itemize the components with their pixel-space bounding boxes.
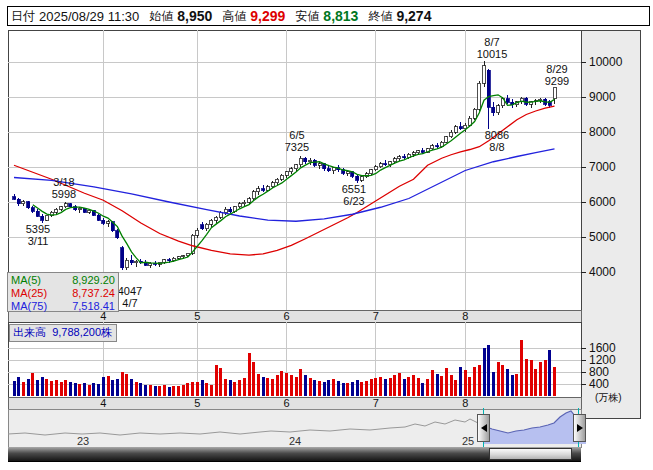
volume-value: 9,788,200株 [52, 326, 112, 338]
svg-text:8: 8 [462, 310, 468, 322]
svg-text:8: 8 [462, 397, 468, 409]
svg-text:7: 7 [373, 397, 379, 409]
low-value: 8,813 [323, 8, 358, 24]
ma-legend-row-ma25: MA(25) 8,737.24 [11, 287, 115, 300]
open-value: 8,950 [177, 8, 212, 24]
svg-text:7000: 7000 [589, 160, 616, 174]
ma25-value: 8,737.24 [72, 287, 115, 300]
ma75-label: MA(75) [11, 300, 47, 313]
svg-text:6/5: 6/5 [289, 129, 304, 141]
svg-text:8/7: 8/7 [484, 36, 499, 48]
right-arrow-icon [577, 424, 583, 432]
svg-text:8/29: 8/29 [546, 63, 567, 75]
volume-label-box: 出来高 9,788,200株 [9, 324, 117, 342]
svg-text:5: 5 [194, 310, 200, 322]
svg-text:4000: 4000 [589, 265, 616, 279]
svg-text:9299: 9299 [545, 75, 569, 87]
svg-text:400: 400 [589, 377, 609, 391]
chart-svg: 1000090008000700060005000400016001200800… [0, 0, 653, 470]
ma-legend-row-ma75: MA(75) 7,518.41 [11, 300, 115, 313]
svg-text:4/7: 4/7 [122, 297, 137, 309]
svg-text:4047: 4047 [118, 285, 142, 297]
svg-text:(万株): (万株) [595, 392, 622, 403]
svg-text:10000: 10000 [589, 55, 623, 69]
svg-text:25: 25 [462, 435, 474, 447]
high-label: 高値 [222, 8, 246, 25]
svg-text:4: 4 [100, 397, 106, 409]
ma-legend: MA(5) 8,929.20 MA(25) 8,737.24 MA(75) 7,… [7, 272, 119, 312]
date-value: 2025/08/29 11:30 [39, 9, 139, 24]
ma-legend-row-ma5: MA(5) 8,929.20 [11, 274, 115, 287]
svg-text:5000: 5000 [589, 230, 616, 244]
volume-label: 出来高 [13, 326, 46, 338]
scrollbar-thumb[interactable] [489, 448, 572, 460]
svg-text:9000: 9000 [589, 90, 616, 104]
svg-text:6: 6 [284, 397, 290, 409]
ma5-label: MA(5) [11, 274, 41, 287]
nav-handle-left[interactable] [477, 414, 490, 442]
svg-text:5998: 5998 [52, 188, 76, 200]
svg-text:7325: 7325 [285, 141, 309, 153]
svg-text:5395: 5395 [26, 223, 50, 235]
svg-text:8/8: 8/8 [489, 141, 504, 153]
svg-text:6551: 6551 [342, 183, 366, 195]
open-label: 始値 [149, 8, 173, 25]
ma25-label: MA(25) [11, 287, 47, 300]
svg-text:6/23: 6/23 [343, 195, 364, 207]
svg-text:5: 5 [194, 397, 200, 409]
nav-handle-right[interactable] [573, 414, 586, 442]
stock-chart-app: 1000090008000700060005000400016001200800… [0, 0, 653, 470]
svg-text:10015: 10015 [477, 48, 508, 60]
high-value: 9,299 [250, 8, 285, 24]
svg-text:3/18: 3/18 [53, 176, 74, 188]
svg-text:8086: 8086 [485, 129, 509, 141]
svg-text:24: 24 [289, 435, 301, 447]
date-label: 日付 [11, 8, 35, 25]
low-label: 安値 [295, 8, 319, 25]
svg-text:8000: 8000 [589, 125, 616, 139]
quote-header: 日付 2025/08/29 11:30 始値 8,950 高値 9,299 安値… [7, 6, 650, 26]
close-value: 9,274 [396, 8, 431, 24]
ma75-value: 7,518.41 [72, 300, 115, 313]
ma5-value: 8,929.20 [72, 274, 115, 287]
close-label: 終値 [368, 8, 392, 25]
svg-text:6000: 6000 [589, 195, 616, 209]
svg-text:23: 23 [77, 435, 89, 447]
svg-text:3/11: 3/11 [28, 235, 49, 247]
svg-text:6: 6 [284, 310, 290, 322]
left-arrow-icon [481, 424, 487, 432]
svg-text:7: 7 [373, 310, 379, 322]
